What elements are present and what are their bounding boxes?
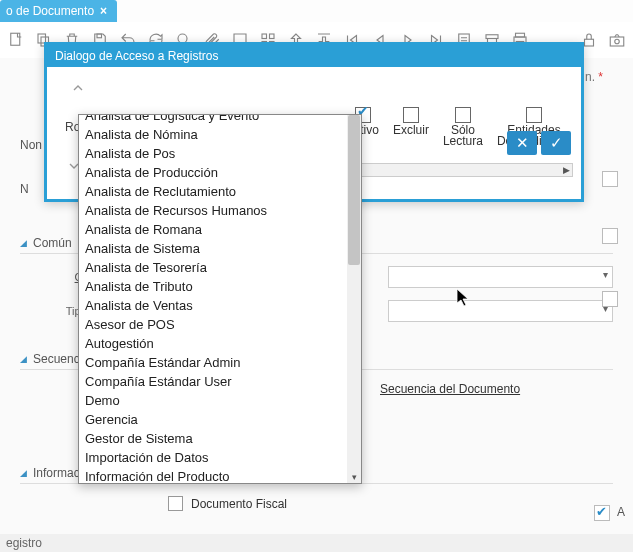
dropdown-item[interactable]: Analista de Nómina bbox=[79, 125, 347, 144]
mouse-cursor-icon bbox=[456, 288, 472, 308]
svg-rect-6 bbox=[270, 34, 275, 39]
right-checkbox-2[interactable] bbox=[602, 228, 618, 244]
dropdown-item[interactable]: Autogestión bbox=[79, 334, 347, 353]
right-checkbox-1[interactable] bbox=[602, 171, 618, 187]
dropdown-item[interactable]: Analista de Ventas bbox=[79, 296, 347, 315]
docfiscal-row: Documento Fiscal bbox=[20, 496, 613, 511]
section-comun-label: Común bbox=[33, 236, 72, 250]
dropdown-item[interactable]: Analista de Romana bbox=[79, 220, 347, 239]
cancel-button[interactable]: ✕ bbox=[507, 131, 537, 155]
dropdown-item[interactable]: Analista de Tributo bbox=[79, 277, 347, 296]
svg-point-16 bbox=[615, 39, 620, 44]
svg-rect-5 bbox=[262, 34, 267, 39]
dropdown-item[interactable]: Demo bbox=[79, 391, 347, 410]
bottom-letter: A bbox=[617, 505, 625, 519]
excluir-checkbox[interactable] bbox=[403, 107, 419, 123]
rol-dropdown: Analista de Logística y EventoAnalista d… bbox=[78, 114, 362, 484]
chk-excluir[interactable]: Excluir bbox=[393, 107, 429, 136]
svg-rect-3 bbox=[97, 34, 102, 38]
triangle-icon: ◢ bbox=[20, 238, 27, 248]
dropdown-item[interactable]: Analista de Logística y Evento bbox=[79, 115, 347, 125]
hscroll-right-icon[interactable]: ▶ bbox=[561, 165, 572, 175]
status-text: egistro bbox=[6, 536, 42, 550]
tab-title: o de Documento bbox=[6, 4, 94, 18]
svg-rect-14 bbox=[585, 39, 594, 46]
tab-documento[interactable]: o de Documento × bbox=[0, 0, 117, 22]
solo-lectura-label-2: Lectura bbox=[443, 136, 483, 147]
triangle-icon: ◢ bbox=[20, 468, 27, 478]
dropdown-item[interactable]: Analista de Tesorería bbox=[79, 258, 347, 277]
new-icon[interactable] bbox=[6, 30, 26, 50]
dropdown-item[interactable]: Analista de Reclutamiento bbox=[79, 182, 347, 201]
dropdown-item[interactable]: Analista de Sistema bbox=[79, 239, 347, 258]
dropdown-item[interactable]: Compañía Estándar Admin bbox=[79, 353, 347, 372]
dropdown-item[interactable]: Gerencia bbox=[79, 410, 347, 429]
req-star: * bbox=[598, 70, 603, 84]
dropdown-vscrollbar[interactable]: ▾ bbox=[347, 115, 361, 483]
ok-button[interactable]: ✓ bbox=[541, 131, 571, 155]
triangle-icon: ◢ bbox=[20, 354, 27, 364]
tab-close-icon[interactable]: × bbox=[100, 4, 107, 18]
dropdown-item[interactable]: Analista de Pos bbox=[79, 144, 347, 163]
camera-icon[interactable] bbox=[607, 30, 627, 50]
vscroll-thumb[interactable] bbox=[348, 115, 360, 265]
chevron-up-icon[interactable] bbox=[65, 77, 91, 99]
secuencia-link[interactable]: Secuencia del Documento bbox=[380, 382, 520, 396]
tab-strip: o de Documento × bbox=[0, 0, 117, 22]
right-checkbox-4[interactable] bbox=[594, 505, 610, 521]
tipodoc-combo[interactable] bbox=[388, 300, 613, 322]
req-n: n. bbox=[585, 70, 595, 84]
docfiscal-checkbox[interactable] bbox=[168, 496, 183, 511]
status-bar: egistro bbox=[0, 534, 633, 552]
dropdown-item[interactable]: Analista de Recursos Humanos bbox=[79, 201, 347, 220]
dropdown-list[interactable]: Analista de Logística y EventoAnalista d… bbox=[79, 115, 347, 483]
right-checkbox-3[interactable] bbox=[602, 291, 618, 307]
dialog-buttons: ✕ ✓ bbox=[507, 131, 571, 155]
excluir-label: Excluir bbox=[393, 125, 429, 136]
dropdown-item[interactable]: Información del Producto bbox=[79, 467, 347, 483]
entidades-checkbox[interactable] bbox=[526, 107, 542, 123]
dropdown-item[interactable]: Importación de Datos bbox=[79, 448, 347, 467]
dropdown-item[interactable]: Asesor de POS bbox=[79, 315, 347, 334]
svg-rect-10 bbox=[486, 35, 498, 39]
docfiscal-label: Documento Fiscal bbox=[191, 497, 287, 511]
svg-rect-0 bbox=[11, 33, 20, 45]
chk-solo-lectura[interactable]: Sólo Lectura bbox=[443, 107, 483, 147]
svg-rect-15 bbox=[610, 37, 624, 46]
dialog-title: Dialogo de Acceso a Registros bbox=[47, 45, 581, 67]
dropdown-item[interactable]: Analista de Producción bbox=[79, 163, 347, 182]
dropdown-item[interactable]: Gestor de Sistema bbox=[79, 429, 347, 448]
solo-lectura-checkbox[interactable] bbox=[455, 107, 471, 123]
categoria-combo[interactable] bbox=[388, 266, 613, 288]
dropdown-item[interactable]: Compañía Estándar User bbox=[79, 372, 347, 391]
vscroll-down-icon[interactable]: ▾ bbox=[347, 471, 361, 483]
